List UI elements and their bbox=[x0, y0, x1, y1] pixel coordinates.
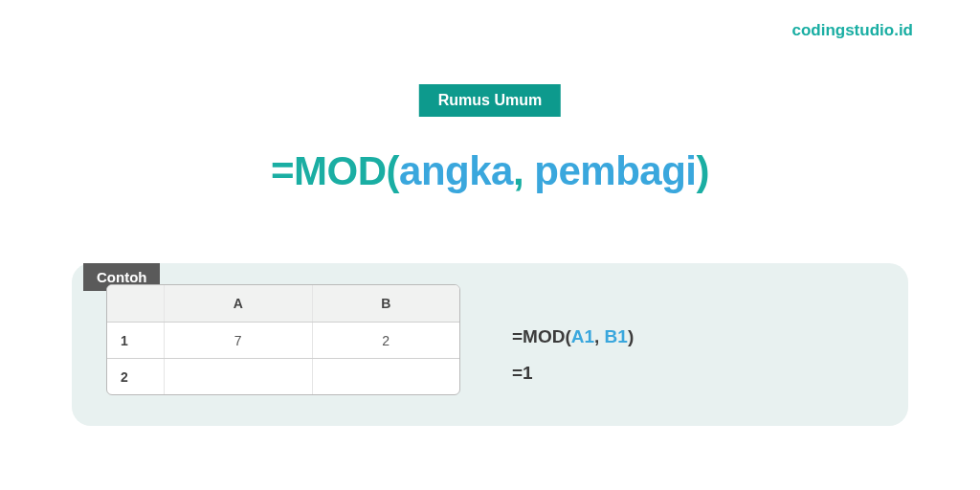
header-col-b: B bbox=[313, 285, 460, 322]
cell-a1: 7 bbox=[165, 323, 313, 358]
cell-a2 bbox=[165, 359, 313, 394]
cell-b2 bbox=[313, 359, 460, 394]
cell-b1: 2 bbox=[313, 323, 460, 358]
main-formula: =MOD(angka, pembagi) bbox=[0, 148, 980, 194]
formula-arg1: angka bbox=[399, 148, 513, 193]
formula-open-paren: ( bbox=[387, 148, 400, 193]
formula-comma: , bbox=[513, 148, 534, 193]
table-header-row: A B bbox=[107, 285, 459, 322]
table-row: 2 bbox=[107, 358, 459, 394]
header-blank bbox=[107, 285, 165, 322]
example-result-line: =1 bbox=[512, 355, 634, 391]
example-formula-line: =MOD(A1, B1) bbox=[512, 319, 634, 355]
row-number: 2 bbox=[107, 359, 165, 394]
ex-mid: , bbox=[594, 326, 605, 346]
ex-pre: =MOD( bbox=[512, 326, 571, 346]
row-number: 1 bbox=[107, 323, 165, 358]
example-panel: Contoh A B 1 7 2 2 =MOD(A1, B1) =1 bbox=[72, 263, 908, 426]
formula-arg2: pembagi bbox=[534, 148, 696, 193]
header-col-a: A bbox=[165, 285, 313, 322]
example-output: =MOD(A1, B1) =1 bbox=[512, 319, 634, 391]
ex-ref-a1: A1 bbox=[571, 326, 594, 346]
formula-close-paren: ) bbox=[696, 148, 709, 193]
spreadsheet-table: A B 1 7 2 2 bbox=[106, 284, 460, 395]
ex-post: ) bbox=[628, 326, 634, 346]
section-badge: Rumus Umum bbox=[419, 84, 561, 117]
brand-label: codingstudio.id bbox=[791, 21, 913, 40]
ex-ref-b1: B1 bbox=[605, 326, 628, 346]
formula-function: MOD bbox=[294, 148, 387, 193]
formula-equals: = bbox=[271, 148, 294, 193]
table-row: 1 7 2 bbox=[107, 322, 459, 358]
